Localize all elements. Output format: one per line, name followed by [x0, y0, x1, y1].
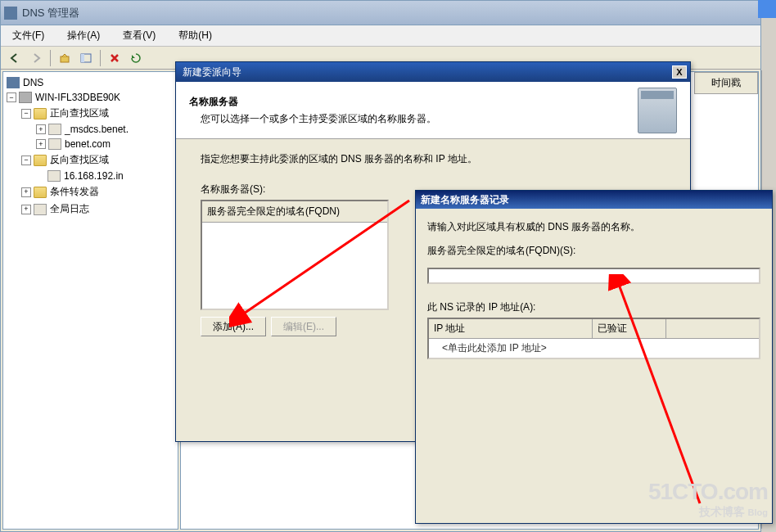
column-timestamp[interactable]: 时间戳: [694, 72, 758, 94]
tree-global-log[interactable]: + 全局日志: [3, 201, 178, 218]
folder-icon: [34, 187, 47, 198]
folder-icon: [34, 155, 47, 166]
ip-address-label: 此 NS 记录的 IP 地址(A):: [427, 300, 760, 314]
svg-rect-2: [81, 54, 84, 62]
tree-rev-lookup[interactable]: − 反向查找区域: [3, 151, 178, 169]
fqdn-label: 服务器完全限定的域名(FQDN)(S):: [427, 244, 760, 258]
wizard-header-title: 名称服务器: [189, 95, 638, 109]
ip-column-header[interactable]: IP 地址: [429, 319, 593, 338]
wizard-titlebar[interactable]: 新建委派向导 X: [176, 62, 690, 82]
zone-icon: [47, 170, 61, 182]
server-icon: [19, 92, 32, 103]
refresh-button[interactable]: [127, 49, 145, 67]
window-corner: [758, 0, 776, 18]
collapse-icon[interactable]: −: [21, 156, 31, 165]
expand-icon[interactable]: +: [21, 205, 31, 214]
expand-icon[interactable]: +: [21, 187, 31, 197]
forward-button[interactable]: [27, 49, 45, 67]
up-button[interactable]: [56, 49, 74, 67]
collapse-icon[interactable]: −: [21, 109, 31, 119]
tree-server[interactable]: − WIN-IFL33DBE90K: [3, 90, 178, 105]
fqdn-input[interactable]: [427, 268, 760, 284]
svg-rect-0: [61, 56, 69, 62]
edit-button[interactable]: 编辑(E)...: [271, 317, 336, 336]
wizard-instruction: 指定您想要主持此委派的区域的 DNS 服务器的名称和 IP 地址。: [201, 152, 665, 166]
log-icon: [34, 204, 47, 215]
dns-app-icon: [4, 7, 17, 20]
expand-icon[interactable]: +: [36, 139, 46, 149]
verified-column-header[interactable]: 已验证: [593, 319, 666, 338]
tree-zone-benet[interactable]: + benet.com: [3, 137, 178, 151]
wizard-header: 名称服务器 您可以选择一个或多个主持受委派区域的名称服务器。: [176, 82, 690, 139]
tree-cond-fwd[interactable]: + 条件转发器: [3, 183, 178, 201]
watermark: 51CTO.com 技术博客 Blog: [648, 479, 768, 520]
menu-help[interactable]: 帮助(H): [174, 27, 217, 44]
ns-prompt-text: 请输入对此区域具有权威的 DNS 服务器的名称。: [427, 220, 760, 234]
add-button[interactable]: 添加(A)...: [201, 317, 266, 336]
delete-button[interactable]: [106, 49, 124, 67]
expand-icon[interactable]: +: [36, 124, 46, 134]
tree-zone-reverse[interactable]: 16.168.192.in: [3, 169, 178, 183]
close-button[interactable]: X: [672, 65, 687, 79]
dns-icon: [7, 77, 20, 88]
collapse-icon[interactable]: −: [7, 92, 16, 102]
menu-file[interactable]: 文件(F): [7, 27, 49, 44]
show-hide-button[interactable]: [77, 49, 95, 67]
folder-icon: [34, 108, 47, 119]
zone-icon: [48, 138, 61, 150]
menu-view[interactable]: 查看(V): [118, 27, 160, 44]
nameservers-listbox[interactable]: 服务器完全限定的域名(FQDN): [201, 200, 389, 310]
server-image-icon: [638, 88, 677, 133]
tree-panel[interactable]: DNS − WIN-IFL33DBE90K − 正向查找区域 +: [2, 71, 178, 530]
ns-dialog-title: 新建名称服务器记录: [421, 193, 509, 207]
ip-address-list[interactable]: IP 地址 已验证 <单击此处添加 IP 地址>: [427, 318, 760, 359]
wizard-header-subtitle: 您可以选择一个或多个主持受委派区域的名称服务器。: [189, 112, 638, 126]
tree-zone-msdcs[interactable]: + _msdcs.benet.: [3, 122, 178, 137]
ns-titlebar[interactable]: 新建名称服务器记录: [416, 191, 772, 209]
ns-record-dialog: 新建名称服务器记录 请输入对此区域具有权威的 DNS 服务器的名称。 服务器完全…: [415, 190, 773, 524]
zone-icon: [48, 124, 61, 135]
main-titlebar[interactable]: DNS 管理器: [1, 1, 760, 25]
menubar: 文件(F) 操作(A) 查看(V) 帮助(H): [1, 25, 760, 47]
wizard-title: 新建委派向导: [179, 65, 241, 79]
back-button[interactable]: [6, 49, 24, 67]
listbox-column-fqdn[interactable]: 服务器完全限定的域名(FQDN): [202, 201, 387, 223]
main-title: DNS 管理器: [22, 6, 79, 20]
menu-action[interactable]: 操作(A): [62, 27, 105, 44]
tree-root-dns[interactable]: DNS: [3, 75, 178, 90]
add-ip-placeholder[interactable]: <单击此处添加 IP 地址>: [429, 339, 759, 358]
watermark-logo: 51CTO.com: [648, 479, 768, 505]
tree-fwd-lookup[interactable]: − 正向查找区域: [3, 105, 178, 122]
